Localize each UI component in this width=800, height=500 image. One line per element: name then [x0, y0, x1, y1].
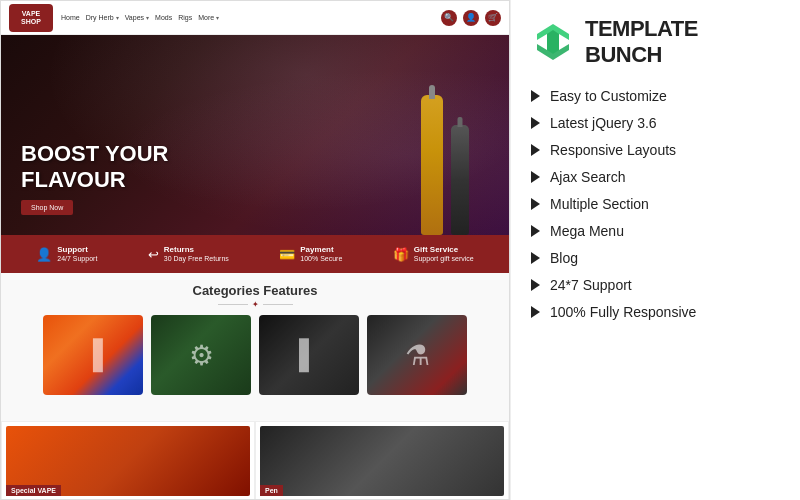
categories-header: Categories Features ✦ [13, 283, 497, 309]
hero-text: BOOST YOUR FLAVOUR Shop Now [21, 141, 169, 215]
returns-subtitle: 30 Day Free Returns [164, 254, 229, 263]
special-vape-label: Special VAPE [6, 485, 61, 496]
service-support: 👤 Support24/7 Support [36, 245, 97, 263]
feature-blog: Blog [531, 250, 780, 266]
arrow-icon-8 [531, 279, 540, 291]
arrow-icon-5 [531, 198, 540, 210]
feature-label-9: 100% Fully Responsive [550, 304, 696, 320]
pen-bg [260, 426, 504, 496]
feature-list: Easy to Customize Latest jQuery 3.6 Resp… [531, 88, 780, 320]
cat-device-icon-4: ⚗ [405, 339, 430, 372]
hero-title: BOOST YOUR FLAVOUR [21, 141, 169, 192]
preview-panel: VAPE SHOP Home Dry Herb▾ Vapes▾ Mods Rig… [0, 0, 510, 500]
nav-vapes[interactable]: Vapes▾ [125, 14, 149, 21]
cat-device-icon-3: ▌ [299, 339, 319, 371]
feature-label-2: Latest jQuery 3.6 [550, 115, 657, 131]
support-icon: 👤 [36, 247, 52, 262]
service-gift: 🎁 Gift ServiceSupport gift service [393, 245, 474, 263]
feature-fully-responsive: 100% Fully Responsive [531, 304, 780, 320]
payment-icon: 💳 [279, 247, 295, 262]
category-2[interactable]: ⚙ [151, 315, 251, 395]
device-short [451, 125, 469, 235]
divider-line-right [263, 304, 293, 305]
feature-label-3: Responsive Layouts [550, 142, 676, 158]
divider-line-left [218, 304, 248, 305]
service-payment: 💳 Payment100% Secure [279, 245, 342, 263]
category-3[interactable]: ▌ [259, 315, 359, 395]
arrow-icon-7 [531, 252, 540, 264]
arrow-icon-3 [531, 144, 540, 156]
cat-img-4: ⚗ [367, 315, 467, 395]
shop-now-button[interactable]: Shop Now [21, 200, 73, 215]
arrow-icon-2 [531, 117, 540, 129]
feature-label-6: Mega Menu [550, 223, 624, 239]
brand-header: TEMPLATE BUNCH [531, 16, 780, 68]
user-icon[interactable]: 👤 [463, 10, 479, 26]
pen-label: Pen [260, 485, 283, 496]
hero-section: BOOST YOUR FLAVOUR Shop Now [1, 35, 509, 235]
brand-logo [531, 20, 575, 64]
nav-dry-herb[interactable]: Dry Herb▾ [86, 14, 119, 21]
cat-img-1: ▐ [43, 315, 143, 395]
payment-title: Payment [300, 245, 342, 254]
feature-multiple-section: Multiple Section [531, 196, 780, 212]
gift-icon: 🎁 [393, 247, 409, 262]
cat-device-icon-1: ▐ [83, 339, 103, 371]
payment-subtitle: 100% Secure [300, 254, 342, 263]
service-bar: 👤 Support24/7 Support ↩ Returns30 Day Fr… [1, 235, 509, 273]
device-tall [421, 95, 443, 235]
nav-links: Home Dry Herb▾ Vapes▾ Mods Rigs More▾ [61, 14, 441, 21]
nav-rigs[interactable]: Rigs [178, 14, 192, 21]
feature-responsive: Responsive Layouts [531, 142, 780, 158]
categories-divider: ✦ [13, 300, 497, 309]
nav-home[interactable]: Home [61, 14, 80, 21]
navbar: VAPE SHOP Home Dry Herb▾ Vapes▾ Mods Rig… [1, 1, 509, 35]
cat-img-2: ⚙ [151, 315, 251, 395]
arrow-icon-4 [531, 171, 540, 183]
feature-jquery: Latest jQuery 3.6 [531, 115, 780, 131]
search-icon[interactable]: 🔍 [441, 10, 457, 26]
feature-support: 24*7 Support [531, 277, 780, 293]
cat-device-icon-2: ⚙ [189, 339, 214, 372]
categories-grid: ▐ ⚙ ▌ ⚗ [13, 315, 497, 395]
special-vape-item[interactable]: Special VAPE [1, 421, 255, 500]
feature-easy-customize: Easy to Customize [531, 88, 780, 104]
brand-name-block: TEMPLATE BUNCH [585, 16, 780, 68]
brand-name: TEMPLATE BUNCH [585, 16, 780, 68]
nav-mods[interactable]: Mods [155, 14, 172, 21]
cart-icon[interactable]: 🛒 [485, 10, 501, 26]
features-panel: TEMPLATE BUNCH Easy to Customize Latest … [510, 0, 800, 500]
logo-text: VAPE SHOP [21, 10, 41, 25]
feature-label-5: Multiple Section [550, 196, 649, 212]
arrow-icon-1 [531, 90, 540, 102]
hero-devices [421, 95, 469, 235]
feature-mega-menu: Mega Menu [531, 223, 780, 239]
category-4[interactable]: ⚗ [367, 315, 467, 395]
category-1[interactable]: ▐ [43, 315, 143, 395]
divider-icon: ✦ [252, 300, 259, 309]
gift-title: Gift Service [414, 245, 474, 254]
arrow-icon-9 [531, 306, 540, 318]
feature-label-8: 24*7 Support [550, 277, 632, 293]
feature-label-1: Easy to Customize [550, 88, 667, 104]
nav-icons: 🔍 👤 🛒 [441, 10, 501, 26]
feature-ajax: Ajax Search [531, 169, 780, 185]
gift-subtitle: Support gift service [414, 254, 474, 263]
returns-icon: ↩ [148, 247, 159, 262]
service-returns: ↩ Returns30 Day Free Returns [148, 245, 229, 263]
returns-title: Returns [164, 245, 229, 254]
pen-item[interactable]: Pen [255, 421, 509, 500]
nav-more[interactable]: More▾ [198, 14, 219, 21]
categories-title: Categories Features [13, 283, 497, 298]
arrow-icon-6 [531, 225, 540, 237]
cat-img-3: ▌ [259, 315, 359, 395]
support-title: Support [57, 245, 97, 254]
support-subtitle: 24/7 Support [57, 254, 97, 263]
feature-label-7: Blog [550, 250, 578, 266]
logo: VAPE SHOP [9, 4, 53, 32]
feature-label-4: Ajax Search [550, 169, 625, 185]
categories-section: Categories Features ✦ ▐ ⚙ ▌ [1, 273, 509, 421]
special-row: Special VAPE Pen [1, 421, 509, 500]
